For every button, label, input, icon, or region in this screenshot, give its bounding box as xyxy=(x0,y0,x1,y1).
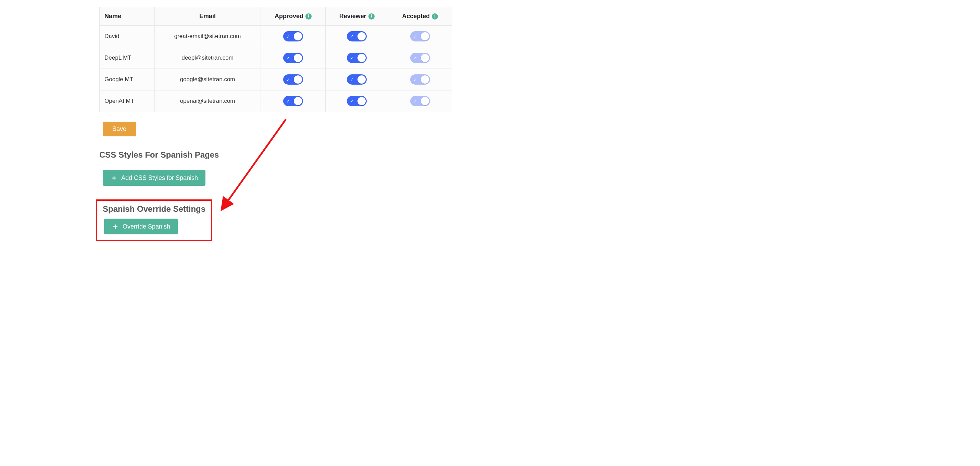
check-icon: ✓ xyxy=(350,77,354,82)
css-styles-heading: CSS Styles For Spanish Pages xyxy=(99,150,452,160)
cell-name: David xyxy=(100,26,155,47)
plus-icon: ＋ xyxy=(111,223,119,230)
check-icon: ✓ xyxy=(286,77,290,82)
check-icon: ✓ xyxy=(286,99,290,104)
info-icon[interactable]: i xyxy=(432,13,438,19)
accepted-toggle: ✓ xyxy=(410,74,430,85)
save-button[interactable]: Save xyxy=(103,122,136,136)
reviewer-toggle[interactable]: ✓ xyxy=(347,31,367,41)
plus-icon: ＋ xyxy=(110,174,118,182)
accepted-toggle: ✓ xyxy=(410,96,430,106)
cell-email: deepl@sitetran.com xyxy=(154,47,261,69)
approved-toggle[interactable]: ✓ xyxy=(283,74,303,85)
cell-email: great-email@sitetran.com xyxy=(154,26,261,47)
info-icon[interactable]: i xyxy=(368,13,375,19)
reviewer-toggle[interactable]: ✓ xyxy=(347,74,367,85)
cell-name: OpenAI MT xyxy=(100,91,155,112)
header-name: Name xyxy=(100,7,155,26)
check-icon: ✓ xyxy=(350,56,354,60)
check-icon: ✓ xyxy=(286,56,290,60)
header-reviewer: Reviewer i xyxy=(326,7,388,26)
override-settings-heading: Spanish Override Settings xyxy=(103,204,207,214)
header-approved: Approved i xyxy=(261,7,326,26)
check-icon: ✓ xyxy=(350,34,354,39)
check-icon: ✓ xyxy=(413,77,417,82)
table-row: Google MT google@sitetran.com ✓ ✓ xyxy=(100,69,452,91)
accepted-toggle: ✓ xyxy=(410,53,430,63)
approved-toggle[interactable]: ✓ xyxy=(283,31,303,41)
reviewer-toggle[interactable]: ✓ xyxy=(347,53,367,63)
translators-table: Name Email Approved i Reviewer i xyxy=(99,7,452,112)
check-icon: ✓ xyxy=(350,99,354,104)
approved-toggle[interactable]: ✓ xyxy=(283,53,303,63)
cell-name: Google MT xyxy=(100,69,155,91)
override-spanish-button[interactable]: ＋ Override Spanish xyxy=(104,219,178,235)
check-icon: ✓ xyxy=(413,99,417,104)
approved-toggle[interactable]: ✓ xyxy=(283,96,303,106)
check-icon: ✓ xyxy=(413,56,417,60)
table-row: David great-email@sitetran.com ✓ ✓ xyxy=(100,26,452,47)
add-css-button[interactable]: ＋ Add CSS Styles for Spanish xyxy=(103,170,205,186)
table-row: DeepL MT deepl@sitetran.com ✓ ✓ xyxy=(100,47,452,69)
override-settings-highlight: Spanish Override Settings ＋ Override Spa… xyxy=(96,199,212,241)
header-accepted: Accepted i xyxy=(388,7,452,26)
check-icon: ✓ xyxy=(286,34,290,39)
cell-email: google@sitetran.com xyxy=(154,69,261,91)
cell-email: openai@sitetran.com xyxy=(154,91,261,112)
info-icon[interactable]: i xyxy=(305,13,312,19)
header-email: Email xyxy=(154,7,261,26)
accepted-toggle: ✓ xyxy=(410,31,430,41)
reviewer-toggle[interactable]: ✓ xyxy=(347,96,367,106)
cell-name: DeepL MT xyxy=(100,47,155,69)
table-row: OpenAI MT openai@sitetran.com ✓ ✓ xyxy=(100,91,452,112)
check-icon: ✓ xyxy=(413,34,417,39)
